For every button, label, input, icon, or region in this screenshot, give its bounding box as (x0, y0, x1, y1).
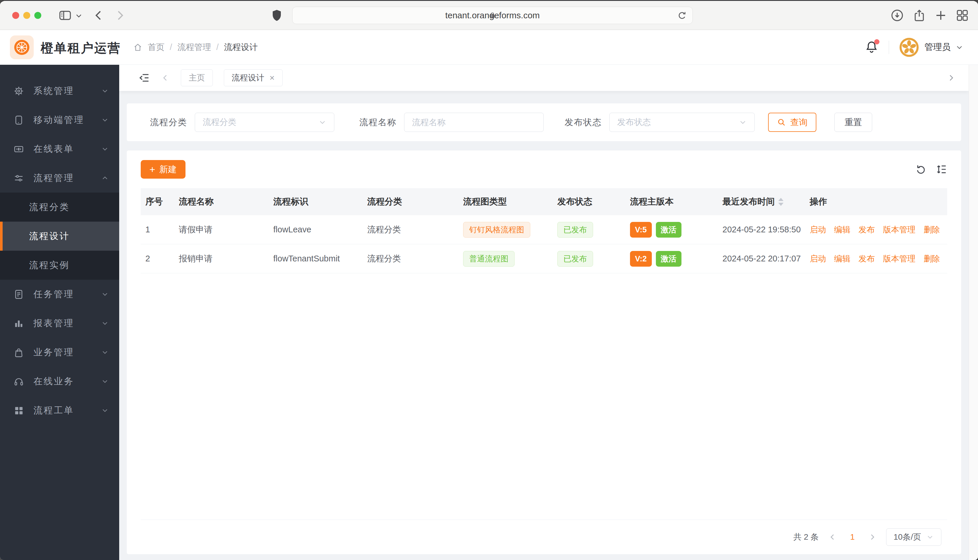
filter-status-select[interactable]: 发布状态 (609, 113, 755, 132)
grid-icon (13, 405, 24, 416)
notification-bell-icon[interactable] (865, 40, 878, 54)
notification-badge (874, 39, 879, 45)
col-header-category: 流程分类 (363, 196, 458, 208)
sidebar-item-business[interactable]: 业务管理 (0, 338, 119, 367)
window-close-button[interactable] (12, 12, 19, 19)
prev-page-icon[interactable] (829, 533, 837, 541)
filter-category-select[interactable]: 流程分类 (195, 113, 334, 132)
main-content: 主页 流程设计 × 流程分类 流程分类 流程名称 发布状态 发布状态 (119, 65, 969, 560)
sort-carets-icon[interactable] (778, 198, 784, 206)
diagram-type-tag: 普通流程图 (463, 251, 515, 267)
cell-key: flowTenantSubmit (269, 254, 363, 263)
sidebar-item-reports[interactable]: 报表管理 (0, 309, 119, 338)
col-header-version: 流程主版本 (625, 196, 718, 208)
tab-scroll-right-icon[interactable] (946, 73, 955, 82)
table-row: 2 报销申请 flowTenantSubmit 流程分类 普通流程图 已发布 V… (141, 244, 947, 273)
action-publish-link[interactable]: 发布 (859, 253, 875, 264)
tab-overview-icon[interactable] (955, 8, 969, 22)
reset-button[interactable]: 重置 (834, 113, 872, 132)
scrollbar-track[interactable] (969, 65, 978, 560)
diagram-type-tag: 钉钉风格流程图 (463, 222, 530, 238)
user-menu-chevron-icon[interactable] (955, 43, 963, 52)
bar-chart-icon (13, 318, 24, 329)
tab-flow-design[interactable]: 流程设计 × (224, 69, 283, 86)
sidebar-item-mobile[interactable]: 移动端管理 (0, 105, 119, 135)
col-header-published-at[interactable]: 最近发布时间 (718, 196, 805, 208)
browser-toolbar: tenant.orangeforms.com (0, 1, 978, 30)
filter-panel: 流程分类 流程分类 流程名称 发布状态 发布状态 查询 重置 (127, 103, 961, 141)
action-delete-link[interactable]: 删除 (924, 253, 940, 264)
avatar[interactable] (899, 38, 919, 57)
reload-icon[interactable] (677, 10, 687, 21)
address-bar[interactable]: tenant.orangeforms.com (292, 7, 693, 24)
active-badge: 激活 (656, 251, 682, 267)
sidebar-item-flow-design[interactable]: 流程设计 (0, 222, 119, 251)
sidebar-item-online-business[interactable]: 在线业务 (0, 367, 119, 396)
collapse-menu-icon[interactable] (138, 72, 150, 84)
sidebar-toggle-icon[interactable] (58, 8, 72, 22)
share-icon[interactable] (912, 8, 926, 22)
downloads-icon[interactable] (890, 8, 904, 22)
action-version-manage-link[interactable]: 版本管理 (883, 253, 916, 264)
sidebar-item-workflow[interactable]: 流程管理 (0, 163, 119, 193)
new-tab-icon[interactable] (934, 8, 948, 22)
tab-home[interactable]: 主页 (181, 69, 213, 86)
col-header-index: 序号 (141, 196, 174, 208)
action-edit-link[interactable]: 编辑 (834, 224, 850, 235)
gear-icon (13, 86, 24, 97)
filter-name-input[interactable] (404, 113, 544, 132)
page-size-select[interactable]: 10条/页 (886, 528, 941, 546)
chevron-down-icon (101, 87, 109, 95)
chevron-down-icon (739, 118, 747, 127)
bag-icon (13, 347, 24, 358)
col-header-actions: 操作 (805, 196, 947, 208)
chevron-down-icon[interactable] (75, 12, 83, 20)
user-name[interactable]: 管理员 (925, 41, 951, 53)
action-start-link[interactable]: 启动 (810, 253, 826, 264)
query-button[interactable]: 查询 (768, 113, 816, 132)
sidebar: 系统管理 移动端管理 在线表单 流程管理 流程分类 流程设计 (0, 65, 119, 560)
window-minimize-button[interactable] (23, 12, 30, 19)
create-button[interactable]: + 新建 (141, 160, 186, 178)
divider (889, 41, 889, 54)
tab-scroll-left-icon[interactable] (161, 73, 170, 82)
sidebar-item-work-orders[interactable]: 流程工单 (0, 396, 119, 425)
cell-index: 2 (141, 254, 174, 263)
home-icon (133, 43, 142, 52)
sidebar-item-system[interactable]: 系统管理 (0, 77, 119, 105)
action-delete-link[interactable]: 删除 (924, 224, 940, 235)
close-tab-icon[interactable]: × (269, 73, 275, 83)
sidebar-item-online-forms[interactable]: 在线表单 (0, 135, 119, 163)
row-actions: 启动 编辑 发布 版本管理 删除 (805, 224, 947, 235)
refresh-icon[interactable] (915, 163, 927, 175)
sidebar-item-flow-instance[interactable]: 流程实例 (0, 251, 119, 280)
chevron-down-icon (101, 378, 109, 385)
action-start-link[interactable]: 启动 (810, 224, 826, 235)
cell-name: 报销申请 (174, 253, 269, 265)
forward-button[interactable] (113, 8, 127, 22)
breadcrumb-section[interactable]: 流程管理 (177, 42, 211, 53)
window-zoom-button[interactable] (34, 12, 41, 19)
action-edit-link[interactable]: 编辑 (834, 253, 850, 264)
back-button[interactable] (92, 8, 106, 22)
col-header-key: 流程标识 (269, 196, 363, 208)
breadcrumb-home[interactable]: 首页 (148, 42, 165, 53)
action-publish-link[interactable]: 发布 (859, 224, 875, 235)
privacy-shield-icon[interactable] (270, 8, 284, 22)
breadcrumb: 首页 / 流程管理 / 流程设计 (133, 30, 257, 65)
sidebar-item-flow-category[interactable]: 流程分类 (0, 193, 119, 222)
chevron-up-icon (101, 174, 109, 182)
col-header-name: 流程名称 (174, 196, 269, 208)
chevron-down-icon (101, 348, 109, 356)
sliders-icon (13, 173, 24, 183)
app-logo (10, 35, 34, 59)
version-badge: V:2 (630, 251, 652, 267)
next-page-icon[interactable] (868, 533, 876, 541)
form-icon (13, 144, 24, 155)
browser-window: tenant.orangeforms.com (0, 0, 978, 560)
row-density-icon[interactable] (936, 163, 947, 175)
chevron-down-icon (101, 290, 109, 298)
page-number[interactable]: 1 (847, 532, 858, 542)
action-version-manage-link[interactable]: 版本管理 (883, 224, 916, 235)
sidebar-item-tasks[interactable]: 任务管理 (0, 280, 119, 309)
